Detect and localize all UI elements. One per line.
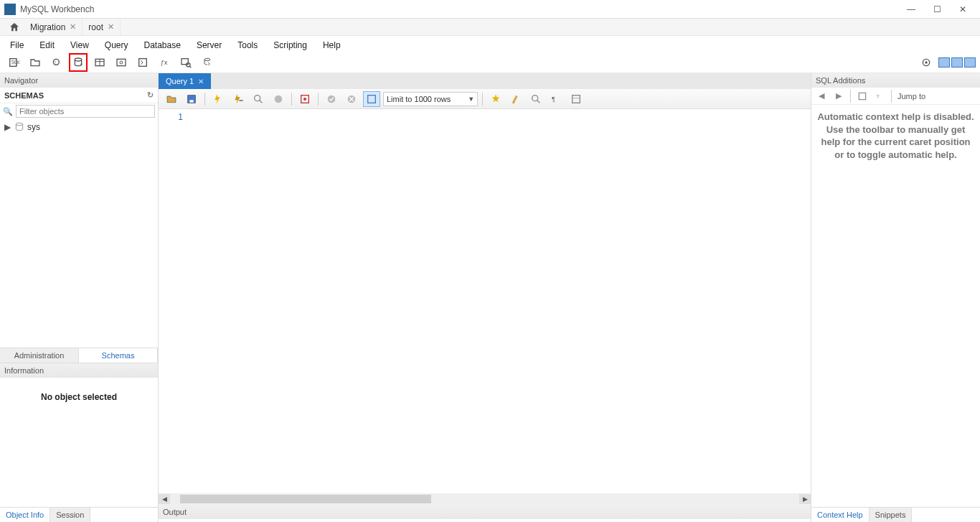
sql-editor[interactable]: 1: [159, 109, 811, 493]
auto-help-icon[interactable]: ?: [872, 90, 887, 103]
menu-bar: File Edit View Query Database Server Too…: [0, 36, 980, 52]
toggle-invisible-icon[interactable]: [527, 91, 545, 107]
close-icon[interactable]: ✕: [70, 22, 76, 32]
close-icon[interactable]: ✕: [108, 22, 114, 32]
inspector-icon[interactable]: i: [47, 53, 66, 72]
svg-rect-9: [117, 59, 126, 65]
maximize-button[interactable]: ☐: [924, 1, 950, 18]
svg-rect-30: [368, 95, 376, 103]
tab-administration[interactable]: Administration: [0, 348, 79, 363]
stop-icon[interactable]: [270, 91, 287, 107]
svg-point-18: [925, 61, 927, 63]
toggle-sidebar-right-icon[interactable]: [964, 57, 976, 67]
execute-icon[interactable]: [209, 91, 227, 107]
information-title: Information: [4, 366, 44, 375]
svg-rect-22: [239, 100, 242, 101]
search-icon: 🔍: [3, 107, 13, 116]
minimize-button[interactable]: —: [898, 1, 924, 18]
tab-label: Migration: [30, 22, 65, 32]
tab-root[interactable]: root ✕: [83, 19, 121, 35]
find-replace-icon[interactable]: [507, 91, 524, 107]
schemas-header: SCHEMAS ↻: [0, 88, 158, 103]
create-table-icon[interactable]: [90, 53, 109, 72]
toggle-sidebar-left-icon[interactable]: [938, 57, 950, 67]
editor-hscrollbar[interactable]: ◀ ▶: [159, 493, 811, 505]
svg-text:i: i: [55, 60, 55, 64]
svg-rect-36: [859, 93, 865, 99]
info-bottom-tabs: Object Info Session: [0, 507, 158, 522]
navigator-panel: Navigator SCHEMAS ↻ 🔍 ▶ sys Administrati…: [0, 73, 159, 522]
reconnect-icon[interactable]: [198, 53, 217, 72]
output-panel: Output: [159, 505, 811, 522]
query-tab[interactable]: Query 1 ✕: [159, 73, 211, 89]
create-schema-icon[interactable]: +: [69, 53, 88, 72]
create-function-icon[interactable]: ƒx: [155, 53, 174, 72]
tab-context-help[interactable]: Context Help: [811, 508, 870, 522]
execute-current-icon[interactable]: [230, 91, 247, 107]
tab-snippets[interactable]: Snippets: [870, 508, 913, 522]
navigator-header: Navigator: [0, 73, 158, 88]
toggle-autocommit-icon[interactable]: [296, 91, 314, 107]
context-help-icon[interactable]: [855, 90, 870, 103]
expand-arrow-icon[interactable]: ▶: [4, 122, 11, 132]
layout-toggles[interactable]: [938, 57, 976, 67]
settings-gear-icon[interactable]: [917, 53, 936, 72]
nav-back-button[interactable]: ◀: [814, 90, 829, 103]
search-table-data-icon[interactable]: [176, 53, 195, 72]
filter-objects-input[interactable]: [16, 105, 155, 118]
svg-text:ƒx: ƒx: [161, 59, 168, 66]
tab-object-info[interactable]: Object Info: [0, 508, 50, 522]
menu-scripting[interactable]: Scripting: [266, 39, 314, 52]
beautify-icon[interactable]: [487, 91, 504, 107]
close-icon[interactable]: ✕: [198, 78, 204, 85]
scroll-thumb[interactable]: [180, 495, 431, 503]
open-file-icon[interactable]: [163, 91, 180, 107]
tab-schemas[interactable]: Schemas: [79, 348, 158, 363]
menu-view[interactable]: View: [63, 39, 96, 52]
svg-point-28: [328, 95, 336, 103]
commit-icon[interactable]: [323, 91, 340, 107]
menu-database[interactable]: Database: [137, 39, 188, 52]
navigator-title: Navigator: [4, 76, 38, 85]
menu-query[interactable]: Query: [98, 39, 136, 52]
refresh-icon[interactable]: ↻: [147, 90, 154, 100]
menu-edit[interactable]: Edit: [32, 39, 62, 52]
svg-point-4: [75, 58, 81, 61]
menu-help[interactable]: Help: [316, 39, 348, 52]
toggle-output-icon[interactable]: [951, 57, 963, 67]
close-window-button[interactable]: ✕: [950, 1, 976, 18]
schema-tree[interactable]: ▶ sys: [0, 119, 158, 348]
code-area[interactable]: [187, 109, 811, 493]
menu-server[interactable]: Server: [189, 39, 229, 52]
toggle-limit-icon[interactable]: [363, 91, 380, 107]
create-stored-procedure-icon[interactable]: [133, 53, 152, 72]
menu-tools[interactable]: Tools: [230, 39, 265, 52]
tab-migration[interactable]: Migration ✕: [24, 19, 83, 35]
toggle-wrap-icon[interactable]: ¶: [547, 91, 565, 107]
row-limit-dropdown[interactable]: Limit to 1000 rows ▼: [383, 92, 478, 106]
svg-text:?: ?: [876, 93, 879, 99]
scroll-track[interactable]: [170, 494, 799, 504]
svg-line-15: [189, 66, 191, 67]
scroll-left-icon[interactable]: ◀: [159, 494, 170, 504]
nav-forward-button[interactable]: ▶: [831, 90, 846, 103]
query-tab-label: Query 1: [166, 77, 194, 85]
tree-node-sys[interactable]: ▶ sys: [4, 121, 154, 134]
editor-panel: Query 1 ✕ Limit to 1000 rows ▼: [159, 73, 811, 522]
menu-file[interactable]: File: [3, 39, 31, 52]
form-editor-icon[interactable]: [567, 91, 585, 107]
scroll-right-icon[interactable]: ▶: [799, 494, 811, 504]
home-tab[interactable]: [4, 19, 24, 35]
svg-line-24: [259, 100, 262, 103]
connection-tabs: Migration ✕ root ✕: [0, 19, 980, 36]
tab-session[interactable]: Session: [50, 508, 90, 522]
rollback-icon[interactable]: [343, 91, 360, 107]
open-sql-script-icon[interactable]: [26, 53, 44, 72]
create-view-icon[interactable]: [112, 53, 131, 72]
save-icon[interactable]: [183, 91, 200, 107]
new-sql-tab-icon[interactable]: SQL: [4, 53, 23, 72]
editor-tabs: Query 1 ✕: [159, 73, 811, 89]
main-toolbar: SQL i + ƒx: [0, 52, 980, 73]
jump-to-label[interactable]: Jump to: [897, 92, 925, 101]
explain-icon[interactable]: [250, 91, 267, 107]
